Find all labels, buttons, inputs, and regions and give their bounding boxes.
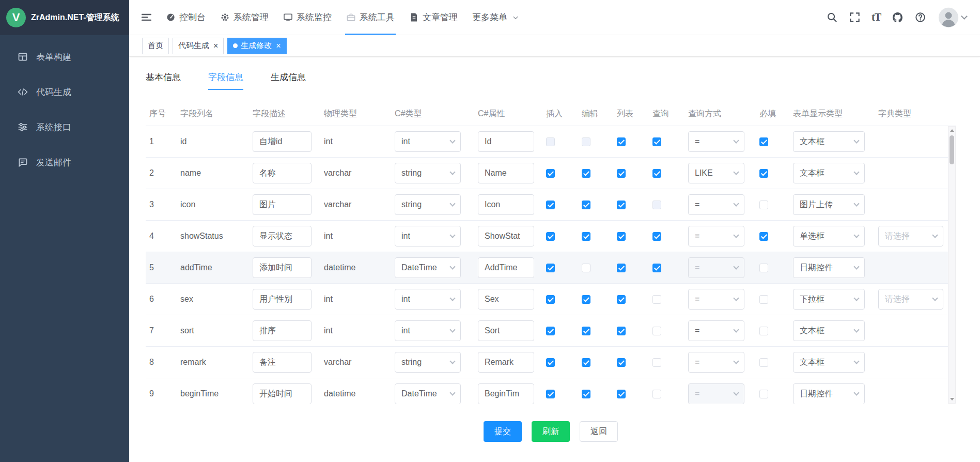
insert-checkbox[interactable]: [546, 358, 555, 367]
back-button[interactable]: 返回: [580, 421, 618, 442]
edit-checkbox[interactable]: [582, 264, 590, 272]
query-method-select[interactable]: LIKE: [688, 163, 744, 183]
scroll-down-arrow[interactable]: [948, 395, 955, 403]
help-icon[interactable]: [914, 11, 926, 23]
required-checkbox[interactable]: [759, 327, 768, 335]
description-input[interactable]: [253, 131, 312, 152]
nav-item-article-manage[interactable]: 文章管理: [402, 0, 465, 35]
sidebar-item-system-api[interactable]: 系统接口: [0, 110, 129, 145]
insert-checkbox[interactable]: [546, 390, 555, 398]
csharp-type-select[interactable]: DateTime: [395, 383, 461, 404]
list-checkbox[interactable]: [617, 232, 626, 241]
font-size-icon[interactable]: tT: [872, 11, 881, 23]
csharp-property-input[interactable]: [478, 131, 534, 152]
edit-checkbox[interactable]: [582, 358, 590, 367]
insert-checkbox[interactable]: [546, 264, 555, 272]
query-checkbox[interactable]: [652, 169, 661, 178]
csharp-property-input[interactable]: [478, 289, 534, 310]
query-checkbox[interactable]: [652, 295, 661, 304]
edit-checkbox[interactable]: [582, 327, 590, 335]
required-checkbox[interactable]: [759, 201, 768, 209]
list-checkbox[interactable]: [617, 201, 626, 209]
list-checkbox[interactable]: [617, 327, 626, 335]
query-method-select[interactable]: =: [688, 383, 744, 404]
scrollbar-thumb[interactable]: [950, 135, 954, 164]
csharp-property-input[interactable]: [478, 383, 534, 404]
insert-checkbox[interactable]: [546, 169, 555, 178]
query-method-select[interactable]: =: [688, 289, 744, 310]
csharp-property-input[interactable]: [478, 226, 534, 247]
edit-checkbox[interactable]: [582, 390, 590, 398]
display-type-select[interactable]: 日期控件: [793, 257, 865, 278]
user-avatar[interactable]: [938, 7, 967, 28]
insert-checkbox[interactable]: [546, 327, 555, 335]
submit-button[interactable]: 提交: [484, 421, 522, 442]
required-checkbox[interactable]: [759, 264, 768, 272]
content-tab[interactable]: 字段信息: [208, 71, 243, 90]
query-method-select[interactable]: =: [688, 226, 744, 247]
fullscreen-icon[interactable]: [849, 11, 861, 23]
sidebar-item-form-build[interactable]: 表单构建: [0, 39, 129, 74]
tag-view[interactable]: 生成修改×: [227, 38, 286, 54]
sidebar-item-send-mail[interactable]: 发送邮件: [0, 145, 129, 180]
nav-item-more-menu[interactable]: 更多菜单: [465, 0, 526, 35]
content-tab[interactable]: 基本信息: [146, 71, 181, 90]
description-input[interactable]: [253, 163, 312, 183]
csharp-type-select[interactable]: string: [395, 194, 461, 215]
nav-item-system-tools[interactable]: 系统工具: [339, 0, 402, 35]
csharp-type-select[interactable]: int: [395, 131, 461, 152]
insert-checkbox[interactable]: [546, 295, 555, 304]
query-method-select[interactable]: =: [688, 257, 744, 278]
query-method-select[interactable]: =: [688, 352, 744, 373]
tag-view[interactable]: 首页: [142, 38, 169, 54]
nav-item-system-monitor[interactable]: 系统监控: [276, 0, 339, 35]
required-checkbox[interactable]: [759, 390, 768, 398]
refresh-button[interactable]: 刷新: [532, 421, 570, 442]
query-checkbox[interactable]: [652, 327, 661, 335]
query-method-select[interactable]: =: [688, 131, 744, 152]
dict-type-select[interactable]: 请选择: [878, 226, 943, 247]
csharp-property-input[interactable]: [478, 257, 534, 278]
list-checkbox[interactable]: [617, 390, 626, 398]
edit-checkbox[interactable]: [582, 295, 590, 304]
list-checkbox[interactable]: [617, 137, 626, 146]
description-input[interactable]: [253, 289, 312, 310]
dict-type-select[interactable]: 请选择: [878, 289, 943, 310]
csharp-property-input[interactable]: [478, 194, 534, 215]
list-checkbox[interactable]: [617, 264, 626, 272]
csharp-type-select[interactable]: DateTime: [395, 257, 461, 278]
search-icon[interactable]: [826, 11, 838, 23]
display-type-select[interactable]: 文本框: [793, 352, 865, 373]
query-checkbox[interactable]: [652, 264, 661, 272]
csharp-type-select[interactable]: string: [395, 352, 461, 373]
required-checkbox[interactable]: [759, 358, 768, 367]
sidebar-item-code-gen[interactable]: 代码生成: [0, 74, 129, 110]
description-input[interactable]: [253, 194, 312, 215]
display-type-select[interactable]: 单选框: [793, 226, 865, 247]
csharp-property-input[interactable]: [478, 352, 534, 373]
display-type-select[interactable]: 文本框: [793, 163, 865, 183]
display-type-select[interactable]: 图片上传: [793, 194, 865, 215]
nav-item-system-manage[interactable]: 系统管理: [213, 0, 276, 35]
csharp-type-select[interactable]: int: [395, 226, 461, 247]
query-method-select[interactable]: =: [688, 194, 744, 215]
list-checkbox[interactable]: [617, 358, 626, 367]
app-logo[interactable]: V ZrAdmin.NET-管理系统: [0, 0, 129, 35]
close-icon[interactable]: ×: [213, 42, 218, 50]
nav-item-dashboard[interactable]: 控制台: [159, 0, 213, 35]
display-type-select[interactable]: 下拉框: [793, 289, 865, 310]
csharp-type-select[interactable]: int: [395, 320, 461, 341]
required-checkbox[interactable]: [759, 232, 768, 241]
description-input[interactable]: [253, 383, 312, 404]
display-type-select[interactable]: 文本框: [793, 131, 865, 152]
query-checkbox[interactable]: [652, 390, 661, 398]
query-checkbox[interactable]: [652, 358, 661, 367]
csharp-property-input[interactable]: [478, 320, 534, 341]
description-input[interactable]: [253, 320, 312, 341]
list-checkbox[interactable]: [617, 295, 626, 304]
content-tab[interactable]: 生成信息: [271, 71, 306, 90]
description-input[interactable]: [253, 226, 312, 247]
required-checkbox[interactable]: [759, 169, 768, 178]
edit-checkbox[interactable]: [582, 201, 590, 209]
close-icon[interactable]: ×: [276, 42, 281, 50]
